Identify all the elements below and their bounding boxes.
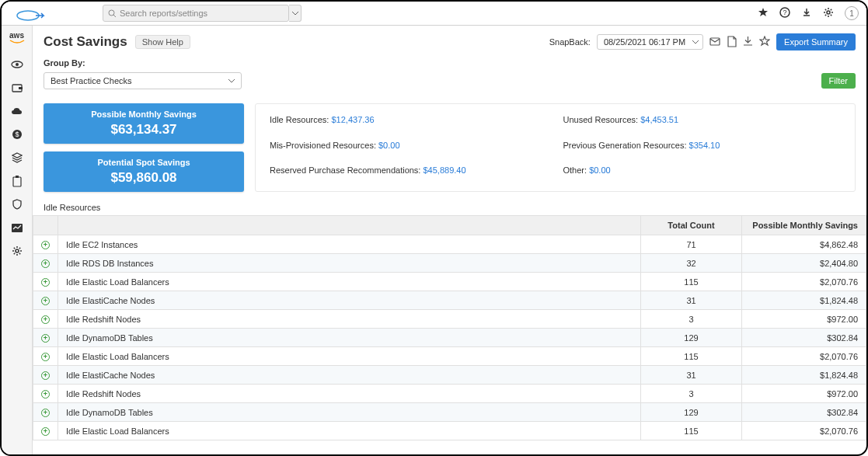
- row-count: 115: [641, 422, 742, 440]
- provider-logo[interactable]: aws: [9, 32, 25, 47]
- expand-icon[interactable]: +: [41, 427, 50, 436]
- svg-rect-9: [19, 87, 23, 89]
- row-savings: $302.84: [742, 403, 866, 422]
- th-name[interactable]: [58, 216, 641, 235]
- expand-icon[interactable]: +: [41, 390, 50, 399]
- metric-label: Idle Resources:: [270, 115, 331, 124]
- row-savings: $1,824.48: [742, 291, 866, 310]
- savings-card-title: Possible Monthly Savings: [51, 110, 236, 119]
- metric-value[interactable]: $0.00: [589, 165, 611, 175]
- metric-value[interactable]: $45,889.40: [423, 165, 465, 175]
- metric-item: Unused Resources: $4,453.51: [563, 115, 842, 130]
- metrics-panel: Idle Resources: $12,437.36Unused Resourc…: [255, 103, 856, 192]
- table-row: +Idle ElastiCache Nodes31$1,824.48: [33, 291, 866, 310]
- row-savings: $972.00: [742, 385, 866, 403]
- search-placeholder: Search reports/settings: [120, 9, 207, 18]
- shield-icon[interactable]: [11, 198, 23, 211]
- expand-icon[interactable]: +: [41, 371, 50, 380]
- send-icon[interactable]: [709, 36, 720, 48]
- table-row: +Idle RDS DB Instances32$2,404.80: [33, 254, 866, 273]
- search-input[interactable]: Search reports/settings: [103, 5, 289, 22]
- row-savings: $2,070.76: [742, 347, 866, 366]
- metric-value[interactable]: $354.10: [689, 141, 720, 150]
- expand-icon[interactable]: +: [41, 334, 50, 343]
- metric-value[interactable]: $0.00: [378, 141, 400, 150]
- savings-card-amount: $59,860.08: [51, 170, 236, 186]
- metric-item: Mis-Provisioned Resources: $0.00: [270, 141, 548, 155]
- metric-item: Other: $0.00: [563, 165, 842, 180]
- table-row: +Idle DynamoDB Tables129$302.84: [33, 329, 866, 347]
- row-count: 3: [641, 385, 742, 403]
- row-name[interactable]: Idle Redshift Nodes: [58, 385, 641, 403]
- subscribe-icon[interactable]: [743, 36, 753, 48]
- top-bar: Search reports/settings ? 1: [2, 2, 866, 26]
- snapback-date-select[interactable]: 08/25/2021 06:17 PM: [597, 34, 703, 50]
- caret-down-icon: [228, 79, 235, 83]
- favorite-icon[interactable]: [759, 36, 770, 48]
- metric-label: Mis-Provisioned Resources:: [270, 141, 378, 150]
- svg-line-2: [113, 15, 116, 17]
- expand-icon[interactable]: +: [41, 241, 50, 249]
- table-row: +Idle Elastic Load Balancers115$2,070.76: [33, 347, 866, 366]
- section-title: Idle Resources: [33, 200, 866, 215]
- sidebar: aws $: [2, 26, 33, 454]
- row-name[interactable]: Idle RDS DB Instances: [58, 254, 641, 273]
- filter-button[interactable]: Filter: [821, 73, 856, 89]
- row-name[interactable]: Idle Elastic Load Balancers: [58, 273, 641, 291]
- download-icon[interactable]: [801, 7, 812, 20]
- show-help-button[interactable]: Show Help: [135, 35, 190, 49]
- row-savings: $1,824.48: [742, 366, 866, 385]
- th-savings[interactable]: Possible Monthly Savings: [742, 216, 866, 235]
- gear-icon[interactable]: [823, 7, 834, 20]
- row-name[interactable]: Idle Redshift Nodes: [58, 310, 641, 329]
- metric-label: Unused Resources:: [563, 115, 641, 124]
- row-savings: $2,070.76: [742, 422, 866, 440]
- clipboard-icon[interactable]: [11, 175, 23, 187]
- cloud-icon[interactable]: [11, 105, 23, 117]
- chart-icon[interactable]: [11, 221, 23, 234]
- caret-down-icon: [292, 12, 298, 16]
- row-name[interactable]: Idle EC2 Instances: [58, 235, 641, 254]
- search-dropdown-toggle[interactable]: [289, 5, 302, 22]
- savings-card[interactable]: Possible Monthly Savings$63,134.37: [44, 103, 244, 144]
- th-count[interactable]: Total Count: [641, 216, 742, 235]
- row-name[interactable]: Idle ElastiCache Nodes: [58, 291, 641, 310]
- expand-icon[interactable]: +: [41, 259, 50, 268]
- row-count: 129: [641, 403, 742, 422]
- row-name[interactable]: Idle DynamoDB Tables: [58, 403, 641, 422]
- user-badge[interactable]: 1: [845, 6, 859, 20]
- groupby-select[interactable]: Best Practice Checks: [44, 72, 242, 89]
- eye-icon[interactable]: [11, 58, 23, 71]
- svg-rect-13: [16, 176, 19, 178]
- svg-point-15: [16, 249, 19, 252]
- table-row: +Idle ElastiCache Nodes31$1,824.48: [33, 366, 866, 385]
- row-count: 3: [641, 310, 742, 329]
- expand-icon[interactable]: +: [41, 297, 50, 305]
- idle-resources-table: Total Count Possible Monthly Savings +Id…: [33, 215, 866, 440]
- metric-label: Other:: [563, 165, 590, 175]
- row-name[interactable]: Idle Elastic Load Balancers: [58, 347, 641, 366]
- row-name[interactable]: Idle Elastic Load Balancers: [58, 422, 641, 440]
- export-summary-button[interactable]: Export Summary: [776, 33, 856, 50]
- metric-value[interactable]: $4,453.51: [640, 115, 678, 124]
- metric-value[interactable]: $12,437.36: [331, 115, 374, 124]
- table-row: +Idle Elastic Load Balancers115$2,070.76: [33, 422, 866, 440]
- help-icon[interactable]: ?: [779, 7, 790, 20]
- layers-icon[interactable]: [11, 151, 23, 164]
- metric-item: Previous Generation Resources: $354.10: [563, 141, 842, 155]
- row-name[interactable]: Idle DynamoDB Tables: [58, 329, 641, 347]
- row-name[interactable]: Idle ElastiCache Nodes: [58, 366, 641, 385]
- star-icon[interactable]: [758, 7, 769, 20]
- savings-card[interactable]: Potential Spot Savings$59,860.08: [44, 151, 244, 192]
- dollar-icon[interactable]: $: [11, 128, 23, 141]
- pdf-icon[interactable]: [727, 36, 737, 49]
- expand-icon[interactable]: +: [41, 278, 50, 287]
- expand-icon[interactable]: +: [41, 409, 50, 417]
- expand-icon[interactable]: +: [41, 353, 50, 361]
- expand-icon[interactable]: +: [41, 315, 50, 324]
- wallet-icon[interactable]: [11, 82, 23, 94]
- metric-label: Reserved Purchase Recommendations:: [270, 165, 423, 175]
- settings-icon[interactable]: [11, 245, 23, 257]
- row-count: 71: [641, 235, 742, 254]
- snapback-label: SnapBack:: [549, 37, 591, 47]
